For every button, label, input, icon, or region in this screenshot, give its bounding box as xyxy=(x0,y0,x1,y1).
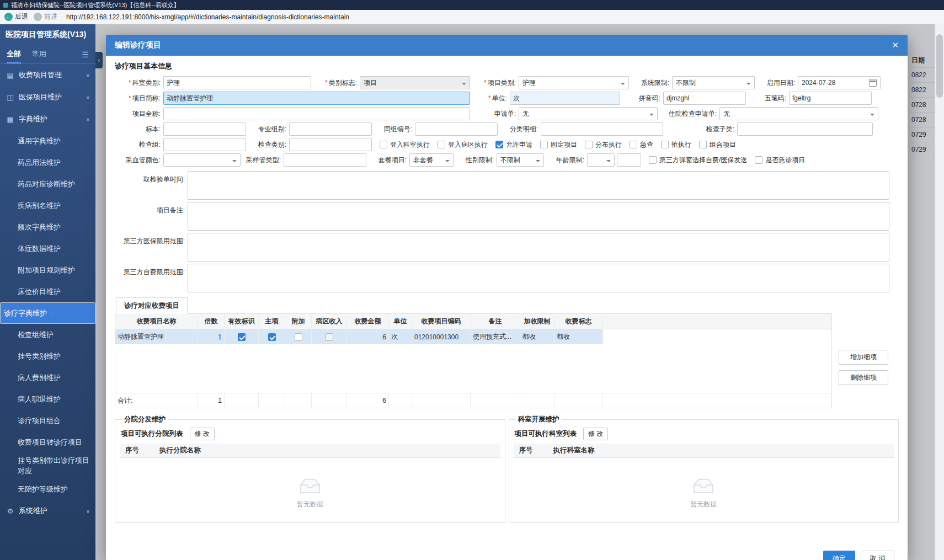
allow-apply-checkbox[interactable]: 允许申请 xyxy=(495,140,532,150)
checkbox-box[interactable] xyxy=(649,156,657,164)
app-title: 医院项目管理系统(V13) xyxy=(0,24,95,45)
cancel-button[interactable]: 取 消 xyxy=(861,551,894,560)
sidebar-group-system-maintain[interactable]: ⚙ 系统维护 ∨ xyxy=(0,500,95,522)
sidebar-item[interactable]: 收费项目转诊疗项目 xyxy=(0,431,95,453)
empty-box-icon xyxy=(297,477,323,497)
fixed-item-checkbox[interactable]: 固定项目 xyxy=(540,140,577,150)
main-checkbox[interactable] xyxy=(268,333,276,341)
sidebar-item[interactable]: 诊疗项目组合 xyxy=(0,410,95,431)
checkbox-label: 抢执行 xyxy=(671,140,691,150)
tab-all[interactable]: 全部 xyxy=(7,45,21,63)
confirm-button[interactable]: 确定 xyxy=(823,551,855,560)
sidebar-item[interactable]: 附加项目规则维护 xyxy=(0,259,95,281)
checkbox-box[interactable] xyxy=(380,141,387,148)
urgent-checkbox[interactable]: 急查 xyxy=(630,140,653,150)
scrollbar-thumb[interactable] xyxy=(936,34,943,98)
apply-form-select[interactable]: 无 xyxy=(519,107,658,120)
checkbox-box[interactable] xyxy=(540,141,548,148)
modify-dept-button[interactable]: 修 改 xyxy=(583,428,608,440)
delete-detail-button[interactable]: 删除细项 xyxy=(839,370,888,385)
wubi-code-input[interactable] xyxy=(789,92,872,105)
item-short-name-input[interactable] xyxy=(163,92,470,105)
inpatient-apply-form-select[interactable]: 无 xyxy=(719,107,878,120)
rush-exec-checkbox[interactable]: 抢执行 xyxy=(661,140,691,150)
group-no-input[interactable] xyxy=(415,122,498,136)
sidebar-group-insurance-maintain[interactable]: ◫ 医保项目维护 ∨ xyxy=(0,86,95,108)
sidebar-item[interactable]: 床位价目维护 xyxy=(0,281,95,302)
pinyin-code-input[interactable] xyxy=(663,92,746,105)
dist-exec-checkbox[interactable]: 分布执行 xyxy=(585,140,622,150)
sidebar-item[interactable]: 挂号类别带出诊疗项目对应 xyxy=(0,453,95,478)
modify-branch-button[interactable]: 修 改 xyxy=(190,428,215,440)
third-selfpay-scope-textarea[interactable] xyxy=(188,264,889,292)
professional-group-input[interactable] xyxy=(289,122,372,136)
combo-item-checkbox[interactable]: 组合项目 xyxy=(699,140,736,150)
remark-textarea[interactable] xyxy=(188,202,889,231)
age-limit-input[interactable] xyxy=(617,153,641,167)
charge-table-row[interactable]: 动静脉置管护理 1 6 次 012010001300 使用预充式... 都收 都… xyxy=(115,329,831,344)
category-flag-select[interactable]: 项目 xyxy=(360,76,470,89)
hamburger-icon[interactable]: ☰ xyxy=(82,50,89,59)
dialog-body: 诊疗项目基本信息 *科室类别: *类别标志: 项目 *项目类别: 护理 系统限制… xyxy=(106,56,908,523)
valid-checkbox[interactable] xyxy=(238,333,246,341)
add-detail-button[interactable]: 增加细项 xyxy=(839,350,888,365)
item-full-name-input[interactable] xyxy=(163,107,470,120)
sidebar-item[interactable]: 病人职退维护 xyxy=(0,388,95,410)
tube-color-label: 采血管颜色: xyxy=(115,156,163,165)
sidebar-item[interactable]: 体症数据维护 xyxy=(0,238,95,259)
sidebar-group-dictionary-maintain[interactable]: ▦ 字典维护 ∧ xyxy=(0,108,95,130)
checkbox-box[interactable] xyxy=(585,141,593,148)
addon-checkbox[interactable] xyxy=(295,333,302,341)
ward-income-checkbox[interactable] xyxy=(326,333,333,341)
lab-time-textarea[interactable] xyxy=(188,171,889,200)
checkbox-box[interactable] xyxy=(630,141,637,148)
charge-table-total-row: 合计: 1 6 xyxy=(115,393,831,408)
enable-date-input[interactable]: 2024-07-28 xyxy=(798,76,881,89)
check-group-input[interactable] xyxy=(163,138,246,151)
package-item-select[interactable]: 非套餐 xyxy=(409,153,454,167)
tab-common[interactable]: 常用 xyxy=(32,45,46,63)
emergency-item-checkbox[interactable]: 是否急诊项目 xyxy=(755,156,805,165)
unit-input[interactable] xyxy=(510,92,620,105)
check-category-input[interactable] xyxy=(289,138,372,151)
checkbox-box[interactable] xyxy=(495,141,503,148)
tab-charge-items[interactable]: 诊疗对应收费项目 xyxy=(116,297,188,314)
window-title: 福清市妇幼保健院--医院项目管理系统(V13)【信息科--易联众】 xyxy=(11,1,180,9)
sidebar-item[interactable]: 病人费别维护 xyxy=(0,367,95,388)
specimen-input[interactable] xyxy=(163,122,246,136)
sidebar-group-fee-management[interactable]: ▤ 收费项目管理 ∨ xyxy=(0,64,95,86)
sidebar-item[interactable]: 挂号类别维护 xyxy=(0,345,95,367)
checkbox-box[interactable] xyxy=(661,141,669,148)
checkbox-box[interactable] xyxy=(755,156,762,164)
check-subclass-input[interactable] xyxy=(737,122,873,136)
class-detail-input[interactable] xyxy=(541,122,663,136)
back-label: 后退 xyxy=(15,12,28,22)
vertical-scrollbar[interactable] xyxy=(935,24,944,560)
forward-button[interactable]: → 前进 xyxy=(34,12,57,22)
ward-exec-checkbox[interactable]: 登入病区执行 xyxy=(438,140,488,150)
close-icon[interactable]: ✕ xyxy=(892,40,899,50)
tube-color-select[interactable] xyxy=(163,153,241,167)
sidebar-item[interactable]: 药品对应诊断维护 xyxy=(0,173,95,195)
sidebar-item[interactable]: 药品用法维护 xyxy=(0,152,95,173)
age-limit-select[interactable] xyxy=(587,153,615,167)
sidebar-item[interactable]: 疾病别名维护 xyxy=(0,195,95,216)
gender-limit-select[interactable]: 不限制 xyxy=(497,153,544,167)
sidebar-item[interactable]: 频次字典维护 xyxy=(0,216,95,238)
address-bar[interactable]: http://192.168.122.191:8000/his-xmgl/app… xyxy=(66,13,944,21)
sidebar-item[interactable]: 无陪护等级维护 xyxy=(0,478,95,500)
tube-type-input[interactable] xyxy=(284,153,366,167)
sidebar-item[interactable]: 通用字典维护 xyxy=(0,130,95,152)
dept-exec-checkbox[interactable]: 登入科室执行 xyxy=(380,140,430,150)
system-limit-select[interactable]: 不限制 xyxy=(672,76,755,89)
sidebar-item[interactable]: 检查组维护 xyxy=(0,324,95,345)
dept-category-input[interactable] xyxy=(163,76,311,89)
checkbox-box[interactable] xyxy=(699,141,707,148)
item-category-select[interactable]: 护理 xyxy=(519,76,629,89)
checkbox-box[interactable] xyxy=(438,141,445,148)
third-insurance-scope-textarea[interactable] xyxy=(188,233,889,262)
sidebar-item-current[interactable]: 诊疗字典维护 xyxy=(0,302,95,324)
class-detail-label: 分类明细: xyxy=(498,125,541,134)
back-button[interactable]: ← 后退 xyxy=(4,12,28,22)
third-popup-checkbox[interactable]: 第三方弹窗选择自费/医保发送 xyxy=(649,156,747,165)
